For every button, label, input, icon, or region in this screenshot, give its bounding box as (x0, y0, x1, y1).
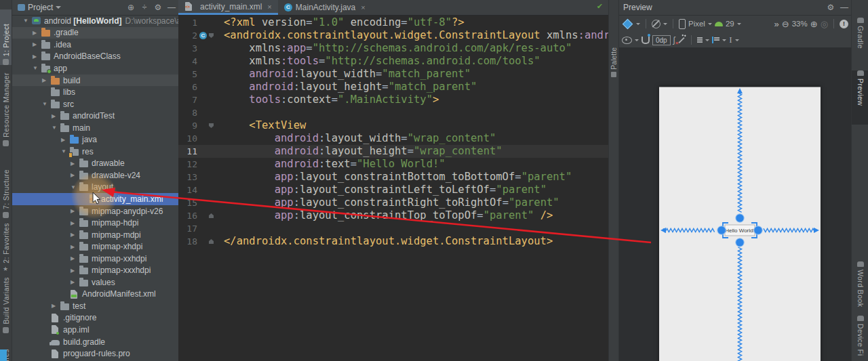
tree-toggle-icon[interactable]: ▼ (71, 184, 79, 190)
tree-row-androidmanifest-xml[interactable]: AndroidManifest.xml (12, 289, 178, 301)
tree-toggle-icon[interactable]: ▶ (71, 244, 79, 250)
code-line-1[interactable]: 1<?xml version="1.0" encoding="utf-8"?> (178, 16, 608, 29)
tool-strip-item-1-project[interactable]: 1: Project (0, 9, 12, 65)
orientation-icon[interactable] (652, 20, 660, 28)
variants-icon[interactable] (623, 18, 633, 29)
code-line-2[interactable]: 2C<androidx.constraintlayout.widget.Cons… (178, 29, 608, 42)
zoom-fit-icon[interactable]: ◎ (821, 19, 828, 29)
tool-strip-item-build-variants[interactable]: Build Variants (0, 271, 12, 333)
fold-marker-icon[interactable] (209, 33, 214, 38)
code-line-14[interactable]: 14 app:layout_constraintLeft_toLeftOf="p… (178, 184, 608, 196)
tree-toggle-icon[interactable]: ▶ (61, 137, 70, 143)
visibility-icon[interactable] (622, 37, 632, 44)
tree-row-app-iml[interactable]: app.iml (12, 324, 178, 336)
project-view-selector[interactable]: Project (18, 3, 61, 12)
tree-row-androidbaseclass[interactable]: ▶AndroidBaseClass (12, 51, 178, 63)
code-line-3[interactable]: 3 xmlns:app="http://schemas.android.com/… (178, 42, 608, 55)
tree-row-libs[interactable]: libs (12, 86, 178, 98)
code-line-8[interactable]: 8 (178, 106, 608, 119)
default-margins-box[interactable]: 0dp (652, 35, 671, 45)
tree-toggle-icon[interactable]: ▼ (23, 18, 32, 24)
tool-strip-item-gradle[interactable]: Gradle (852, 18, 868, 69)
tree-toggle-icon[interactable]: ▶ (33, 41, 41, 47)
code-line-7[interactable]: 7 tools:context=".MainActivity"> (178, 93, 608, 106)
tree-row-mipmap-xhdpi[interactable]: ▶mipmap-xhdpi (12, 240, 178, 253)
tree-toggle-icon[interactable]: ▶ (71, 255, 79, 261)
tree-row-drawable[interactable]: ▶drawable (12, 158, 178, 170)
tree-row-android[interactable]: ▼android [HelloWorld]D:\workspace\andro (12, 15, 178, 27)
tree-row--gradle[interactable]: ▶.gradle (12, 27, 178, 39)
tree-toggle-icon[interactable]: ▼ (33, 65, 41, 71)
fold-marker-icon[interactable] (209, 123, 214, 128)
fold-marker-icon[interactable] (209, 213, 214, 218)
tree-toggle-icon[interactable]: ▶ (71, 161, 79, 167)
tree-row-mipmap-anydpi-v26[interactable]: ▶mipmap-anydpi-v26 (12, 205, 178, 217)
tree-row-values[interactable]: ▶values (12, 276, 178, 289)
code-line-15[interactable]: 15 app:layout_constraintRight_toRightOf=… (178, 196, 608, 209)
fold-marker-icon[interactable] (209, 239, 214, 244)
settings-icon[interactable]: ⚙ (151, 3, 165, 12)
hide-icon[interactable]: — (837, 3, 851, 12)
code-line-5[interactable]: 5 android:layout_width="match_parent" (178, 68, 608, 81)
tool-strip-item-7-structure[interactable]: 7: Structure (0, 167, 12, 218)
magnet-icon[interactable] (642, 37, 650, 44)
tree-row--gitignore[interactable]: .gitignore (12, 312, 178, 324)
palette-tab[interactable]: Palette (609, 27, 618, 77)
overflow-icon[interactable]: » (774, 19, 779, 29)
hide-icon[interactable]: — (165, 3, 178, 12)
collapse-all-icon[interactable]: ÷ (138, 3, 151, 12)
tree-row-mipmap-xxxhdpi[interactable]: ▶mipmap-xxxhdpi (12, 264, 178, 276)
guidelines-icon[interactable]: I (729, 35, 732, 45)
code-editor[interactable]: 1<?xml version="1.0" encoding="utf-8"?>2… (178, 15, 608, 361)
tree-toggle-icon[interactable]: ▶ (52, 113, 60, 119)
tree-row-build-gradle[interactable]: build.gradle (12, 336, 178, 348)
tree-toggle-icon[interactable]: ▶ (33, 30, 41, 36)
tree-toggle-icon[interactable]: ▶ (71, 220, 79, 226)
tree-row-androidtest[interactable]: ▶androidTest (12, 110, 178, 122)
tree-row-drawable-v24[interactable]: ▶drawable-v24 (12, 169, 178, 182)
code-line-17[interactable]: 17 (178, 222, 608, 235)
code-line-10[interactable]: 10 android:layout_width="wrap_content" (178, 132, 608, 145)
tree-toggle-icon[interactable]: ▶ (71, 172, 79, 178)
tree-row-layout[interactable]: ▼layout (12, 182, 178, 194)
zoom-in-icon[interactable]: ⊕ (810, 19, 818, 29)
tree-row-proguard-rules-pro[interactable]: proguard-rules.pro (12, 347, 178, 360)
device-artboard[interactable]: Hello World! (659, 87, 821, 361)
code-line-16[interactable]: 16 app:layout_constraintTop_toTopOf="par… (178, 209, 608, 222)
tree-row-mipmap-xxhdpi[interactable]: ▶mipmap-xxhdpi (12, 253, 178, 265)
tree-row-app[interactable]: ▼app (12, 62, 178, 75)
align-icon[interactable] (712, 37, 719, 43)
infer-constraints-icon[interactable] (679, 37, 685, 43)
tree-row-mipmap-mdpi[interactable]: ▶mipmap-mdpi (12, 229, 178, 241)
tree-row-build[interactable]: ▶build (12, 75, 178, 87)
locate-icon[interactable]: ⊕ (124, 3, 138, 12)
code-line-13[interactable]: 13 app:layout_constraintBottom_toBottomO… (178, 171, 608, 184)
tree-toggle-icon[interactable]: ▶ (71, 208, 79, 214)
code-line-18[interactable]: 18</androidx.constraintlayout.widget.Con… (178, 235, 608, 248)
code-line-4[interactable]: 4 xmlns:tools="http://schemas.android.co… (178, 55, 608, 68)
tree-row-main[interactable]: ▼main (12, 122, 178, 134)
zoom-out-icon[interactable]: ⊖ (782, 19, 789, 29)
errors-icon[interactable]: ! (840, 20, 848, 28)
tool-strip-item-resource-manager[interactable]: Resource Manager (0, 70, 12, 146)
api-level-selector[interactable]: 29 (726, 20, 734, 28)
tab-mainactivity-java[interactable]: C MainActivity.java × (278, 0, 372, 15)
tree-row-java[interactable]: ▶java (12, 133, 178, 146)
tree-toggle-icon[interactable]: ▼ (52, 125, 60, 131)
tree-row--idea[interactable]: ▶.idea (12, 39, 178, 51)
design-surface[interactable]: Hello World! (619, 47, 851, 361)
textview-widget[interactable]: Hello World! (725, 228, 754, 234)
tree-toggle-icon[interactable]: ▼ (42, 101, 51, 107)
code-line-6[interactable]: 6 android:layout_height="match_parent" (178, 81, 608, 93)
tree-toggle-icon[interactable]: ▶ (42, 77, 51, 83)
tree-toggle-icon[interactable]: ▶ (71, 268, 79, 274)
clear-constraints-icon[interactable]: ʃ (673, 35, 675, 45)
code-line-9[interactable]: 9 <TextView (178, 119, 608, 132)
tree-toggle-icon[interactable]: ▶ (71, 232, 79, 238)
tree-toggle-icon[interactable]: ▶ (71, 279, 79, 285)
settings-icon[interactable]: ⚙ (824, 3, 837, 12)
tree-toggle-icon[interactable]: ▶ (33, 54, 41, 60)
tree-toggle-icon[interactable]: ▶ (52, 303, 60, 309)
tree-row-src[interactable]: ▼src (12, 98, 178, 110)
close-icon[interactable]: × (267, 3, 271, 11)
